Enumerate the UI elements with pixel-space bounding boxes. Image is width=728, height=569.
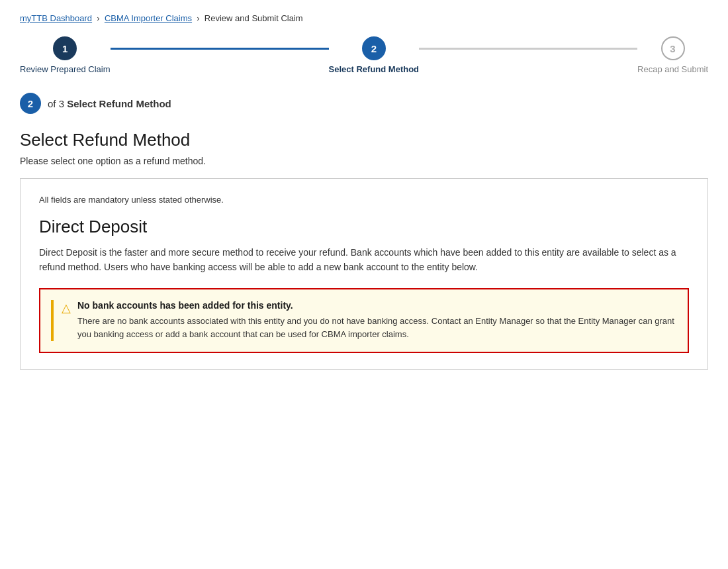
warning-content: No bank accounts has been added for this… (77, 300, 674, 341)
step-1: 1 Review Prepared Claim (20, 36, 111, 74)
warning-text: There are no bank accounts associated wi… (77, 315, 674, 341)
form-card: All fields are mandatory unless stated o… (20, 178, 708, 370)
step-1-label: Review Prepared Claim (20, 64, 111, 74)
page-subtitle: Please select one option as a refund met… (20, 156, 708, 166)
stepper: 1 Review Prepared Claim 2 Select Refund … (20, 36, 708, 74)
mandatory-note: All fields are mandatory unless stated o… (39, 195, 689, 205)
warning-box: △ No bank accounts has been added for th… (39, 288, 689, 353)
breadcrumb-current: Review and Submit Claim (205, 13, 303, 23)
step-1-circle: 1 (53, 36, 77, 60)
direct-deposit-description: Direct Deposit is the faster and more se… (39, 245, 689, 275)
direct-deposit-title: Direct Deposit (39, 217, 689, 237)
breadcrumb: myTTB Dashboard › CBMA Importer Claims ›… (20, 13, 708, 23)
step-indicator-circle: 2 (20, 93, 41, 114)
page-title: Select Refund Method (20, 130, 708, 150)
step-3-circle: 3 (661, 36, 685, 60)
step-indicator: 2 of 3 Select Refund Method (20, 93, 708, 114)
warning-title: No bank accounts has been added for this… (77, 300, 674, 311)
step-2-label: Select Refund Method (329, 64, 420, 74)
breadcrumb-link-dashboard[interactable]: myTTB Dashboard (20, 13, 92, 23)
warning-inner: △ No bank accounts has been added for th… (62, 300, 674, 341)
warning-left-bar (51, 300, 54, 341)
warning-icon: △ (62, 301, 71, 315)
breadcrumb-link-claims[interactable]: CBMA Importer Claims (105, 13, 192, 23)
step-2: 2 Select Refund Method (329, 36, 420, 74)
step-2-circle: 2 (362, 36, 386, 60)
step-3: 3 Recap and Submit (637, 36, 708, 74)
connector-2-3 (419, 48, 637, 50)
step-indicator-text: of 3 Select Refund Method (48, 98, 171, 109)
connector-1-2 (111, 48, 329, 50)
step-3-label: Recap and Submit (637, 64, 708, 74)
